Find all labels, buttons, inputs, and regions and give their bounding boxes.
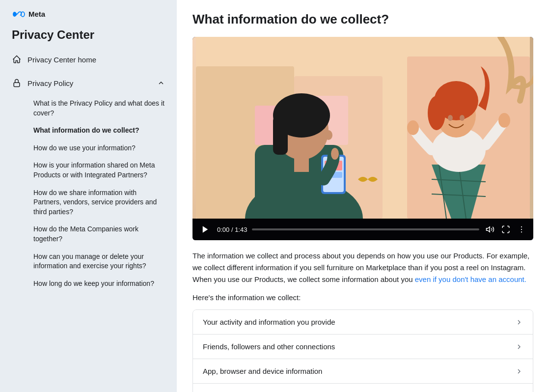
collect-intro: Here's the information we collect: xyxy=(192,293,533,302)
sidebar-item-shared-meta[interactable]: How is your information shared on Meta P… xyxy=(27,157,171,184)
chevron-right-icon-2 xyxy=(515,367,523,375)
accordion-item-app[interactable]: App, browser and device information xyxy=(193,359,533,384)
accordion-list: Your activity and information you provid… xyxy=(192,309,533,392)
no-account-link[interactable]: even if you don't have an account. xyxy=(415,275,526,283)
svg-rect-1 xyxy=(14,83,20,86)
time-display: 0:00 / 1:43 xyxy=(217,226,247,233)
description-text: The information we collect and process a… xyxy=(192,250,533,285)
meta-logo: Meta xyxy=(12,10,45,18)
video-illustration xyxy=(192,37,533,219)
accordion-item-friends-label: Friends, followers and other connections xyxy=(203,342,335,351)
sidebar-item-how-long[interactable]: How long do we keep your information? xyxy=(27,275,171,293)
svg-point-34 xyxy=(521,226,522,227)
page-title: What information do we collect? xyxy=(192,12,533,27)
sidebar-item-how-use[interactable]: How do we use your information? xyxy=(27,140,171,157)
accordion-item-activity[interactable]: Your activity and information you provid… xyxy=(193,310,533,335)
video-thumbnail[interactable] xyxy=(192,37,533,219)
sidebar-navigation: Privacy Center home Privacy Policy What … xyxy=(0,50,177,292)
accordion-item-activity-label: Your activity and information you provid… xyxy=(203,318,335,326)
svg-marker-33 xyxy=(487,227,490,232)
sidebar-policy-label: Privacy Policy xyxy=(27,79,151,87)
svg-marker-32 xyxy=(203,226,208,233)
sidebar-policy-subitems: What is the Privacy Policy and what does… xyxy=(6,95,171,292)
sidebar-item-home[interactable]: Privacy Center home xyxy=(6,50,171,69)
svg-point-19 xyxy=(331,148,339,160)
svg-point-29 xyxy=(460,115,465,121)
sidebar-title: Privacy Center xyxy=(0,24,177,50)
volume-icon xyxy=(486,225,494,234)
sidebar-item-what-info[interactable]: What information do we collect? xyxy=(27,122,171,140)
sidebar-policy-header[interactable]: Privacy Policy xyxy=(6,73,171,93)
sidebar-item-share-partners[interactable]: How do we share information with Partner… xyxy=(27,184,171,221)
meta-logo-icon xyxy=(12,11,26,18)
sidebar-item-privacy-policy-cover[interactable]: What is the Privacy Policy and what does… xyxy=(27,95,171,122)
play-button[interactable] xyxy=(198,223,212,236)
more-options-icon xyxy=(517,225,526,234)
video-player: 0:00 / 1:43 xyxy=(192,37,533,240)
accordion-item-partners[interactable]: Information from Partners, vendors and t… xyxy=(193,384,533,392)
lock-icon xyxy=(12,78,22,88)
video-right-controls xyxy=(484,224,527,235)
video-controls: 0:00 / 1:43 xyxy=(192,219,533,240)
volume-button[interactable] xyxy=(484,224,496,235)
sidebar-policy-section: Privacy Policy What is the Privacy Polic… xyxy=(6,73,171,292)
brand-logo: Meta xyxy=(0,10,177,24)
svg-point-28 xyxy=(448,115,453,121)
sidebar-item-meta-companies[interactable]: How do the Meta Companies work together? xyxy=(27,221,171,248)
fullscreen-button[interactable] xyxy=(500,224,512,235)
chevron-right-icon-1 xyxy=(515,343,523,351)
main-content: What information do we collect? xyxy=(177,0,549,392)
accordion-item-friends[interactable]: Friends, followers and other connections xyxy=(193,335,533,359)
svg-rect-14 xyxy=(294,157,309,172)
svg-rect-12 xyxy=(273,115,288,155)
more-options-button[interactable] xyxy=(516,224,527,235)
accordion-item-app-label: App, browser and device information xyxy=(203,367,322,375)
home-icon xyxy=(12,55,22,64)
fullscreen-icon xyxy=(501,225,510,234)
svg-point-13 xyxy=(325,130,332,140)
sidebar-item-manage-delete[interactable]: How can you manage or delete your inform… xyxy=(27,248,171,275)
progress-bar[interactable] xyxy=(252,228,479,230)
svg-point-31 xyxy=(498,113,510,128)
svg-point-36 xyxy=(521,231,522,232)
sidebar: Meta Privacy Center Privacy Center home … xyxy=(0,0,177,392)
svg-point-35 xyxy=(521,229,522,230)
svg-point-27 xyxy=(428,96,445,130)
play-icon xyxy=(201,225,210,234)
chevron-up-icon xyxy=(157,79,165,87)
meta-logo-text: Meta xyxy=(28,10,45,18)
chevron-right-icon-0 xyxy=(515,318,523,326)
svg-point-30 xyxy=(407,120,419,135)
sidebar-home-label: Privacy Center home xyxy=(27,56,96,64)
